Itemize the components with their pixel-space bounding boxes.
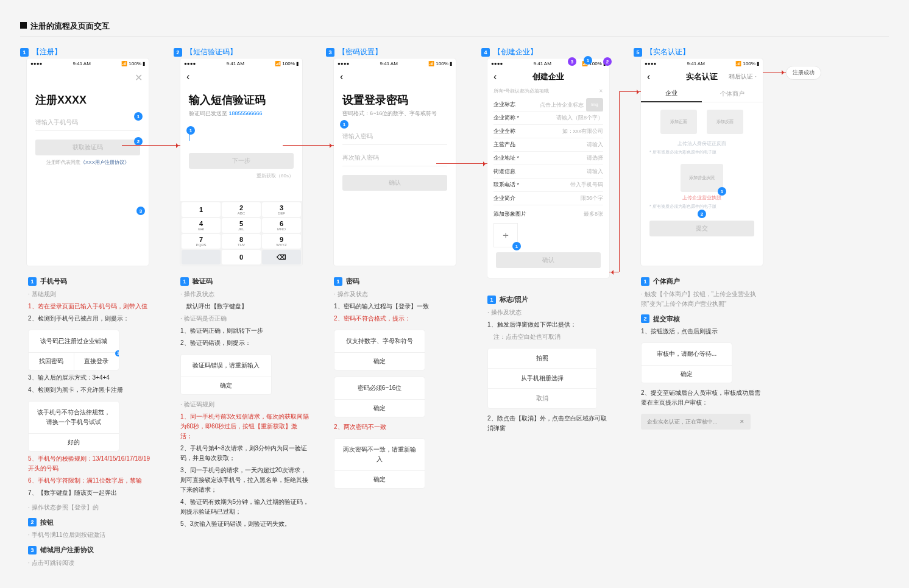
row-intro[interactable]: 企业简介限36个字 xyxy=(493,192,603,205)
annot-dot-1b: 1 xyxy=(512,242,521,250)
annot-dot-1: 1 xyxy=(718,187,726,196)
dialog-illegal: 该手机号不符合法律规范，请换一个手机号试试 好的 xyxy=(28,401,119,452)
tab-company[interactable]: 企业 xyxy=(641,85,702,102)
row-street[interactable]: 街道信息请输入 xyxy=(493,165,603,179)
annot-dot-2: 2 xyxy=(134,137,143,146)
dialog-reviewing: 审核中，请耐心等待...确定 xyxy=(641,342,732,383)
row-shortname[interactable]: 企业简称 *请输入（限8个字） xyxy=(493,112,603,125)
back-icon[interactable]: ‹ xyxy=(340,72,343,82)
page-title: 注册的流程及页面交互 xyxy=(30,21,110,32)
submit-button[interactable]: 提交 2 xyxy=(649,221,754,236)
row-phone[interactable]: 联系电话 *带入手机号码3 xyxy=(493,179,603,192)
numeric-keypad[interactable]: 12ABC3DEF 4GHI5JKL6MNO 7PQRS8TUV9WXYZ 0⌫ xyxy=(180,201,302,266)
close-icon[interactable]: ✕ xyxy=(740,417,745,426)
dialog-occupied: 该号码已注册过企业铺城 找回密码直接登录1 xyxy=(28,330,119,370)
notes-col-1: 1手机号码 · 基础规则 1、若在登录页面已输入手机号码，则带入值 2、检测到手… xyxy=(28,271,157,568)
status-bar: ●●●●9:41 AM📶 100% ▮ xyxy=(27,58,149,68)
must-note-1: * 所有资质必须为彩色原件的电子版 xyxy=(641,147,763,158)
tab-individual[interactable]: 个体商户 xyxy=(702,85,763,102)
flow-arrow-1 xyxy=(122,145,180,146)
annot-dot-3: 3 xyxy=(136,207,145,215)
idcard-front-upload[interactable]: 添加正面 xyxy=(660,110,697,134)
annot-dot-2p: 2 xyxy=(603,57,612,66)
dlg-ok[interactable]: 确定 xyxy=(181,377,271,394)
close-icon[interactable]: ✕ xyxy=(599,88,603,94)
dlg-ok[interactable]: 好的 xyxy=(29,434,119,451)
step-3-head: 3【密码设置】 xyxy=(326,47,382,57)
sheet-album[interactable]: 从手机相册选择 xyxy=(488,369,596,389)
annot-dot-1: 1 xyxy=(340,120,348,129)
add-image-button[interactable]: ＋1 xyxy=(493,223,518,247)
step-1-head: 1【注册】 xyxy=(20,47,62,57)
row-images-head: 添加形象图片最多8张 xyxy=(487,205,609,221)
divider xyxy=(20,37,889,37)
annot-dot-1: 1 xyxy=(186,126,195,135)
title-marker xyxy=(20,22,27,29)
idcard-back-upload[interactable]: 添加反面 xyxy=(707,110,743,134)
review-toast: 企业实名认证，正在审核中...✕ xyxy=(641,414,751,430)
dlg-find-pw[interactable]: 找回密码 xyxy=(29,353,74,370)
notes-col-2: 1验证码 · 操作及状态 默认呼出【数字键盘】 · 验证码是否正确 1、验证码正… xyxy=(180,271,309,529)
annot-dot-2: 2 xyxy=(698,210,706,218)
confirm-button[interactable]: 确认 xyxy=(496,252,601,268)
action-sheet: 拍照 从手机相册选择 取消 xyxy=(487,348,597,409)
license-caption: 上传企业营业执照 xyxy=(641,192,763,201)
phone-sms-code: ●●●●9:41 AM📶 100% ▮ ‹ 输入短信验证码 验证码已发送至 18… xyxy=(180,58,302,266)
flow-arrow-2 xyxy=(283,145,334,146)
next-button[interactable]: 下一步 xyxy=(189,153,294,169)
flow-arrow-5 xyxy=(763,72,786,73)
flow-arrow-3 xyxy=(436,163,487,164)
idcard-caption: 上传法人身份证正反面 xyxy=(641,138,763,147)
get-code-button[interactable]: 获取验证码 2 xyxy=(35,140,140,155)
dialog-pw-length: 密码必须6~16位确定 xyxy=(334,377,425,417)
confirm-button[interactable]: 确认 xyxy=(342,175,447,191)
dialog-pw-mismatch: 两次密码不一致，请重新输入确定 xyxy=(334,438,425,489)
row-logo[interactable]: 企业标志点击上传企业标志img1 xyxy=(493,98,603,112)
notes-col-4: 1标志/照片 · 操作及状态 1、触发后弹窗做如下弹出提供： 注：点击空白处也可… xyxy=(487,289,609,433)
phone-real-name: ●●●●9:41 AM📶 100% ▮ ‹实名认证稍后认证 · 企业 个体商户 … xyxy=(641,58,763,266)
logo-thumb: img xyxy=(586,98,603,112)
screen-title: 注册XXXX xyxy=(27,85,149,110)
dialog-code-wrong: 验证码错误，请重新输入 确定 xyxy=(180,354,272,395)
sheet-cancel[interactable]: 取消 xyxy=(488,389,596,408)
row-address[interactable]: 企业地址 *请选择2 xyxy=(493,152,603,165)
phone-register: ●●●●9:41 AM📶 100% ▮ ✕ 注册XXXX 请输入手机号码 1 获… xyxy=(27,58,149,266)
step-2-head: 2【短信验证码】 xyxy=(174,47,237,57)
pw-subtitle: 密码格式：6~16位的数字、字母或符号 xyxy=(334,110,456,124)
row-product[interactable]: 主营产品请输入 xyxy=(493,138,603,152)
dlg-direct-login[interactable]: 直接登录1 xyxy=(74,353,119,370)
backspace-icon[interactable]: ⌫ xyxy=(262,250,301,264)
agreement-link[interactable]: 《XXX用户注册协议》 xyxy=(80,160,129,165)
agreement-text: 注册即代表同意《XXX用户注册协议》 xyxy=(27,159,149,166)
required-note: 所有*号标认都为必填项哦✕ xyxy=(487,85,609,98)
pw-confirm-input[interactable]: 再次输入密码 xyxy=(342,150,447,166)
close-icon[interactable]: ✕ xyxy=(135,72,143,83)
auth-tabs[interactable]: 企业 个体商户 xyxy=(641,85,763,102)
row-fullname[interactable]: 企业全称如：xxx有限公司 xyxy=(493,125,603,138)
sms-subtitle: 验证码已发送至 18855566666 xyxy=(180,110,302,124)
code-input[interactable]: 1 xyxy=(189,129,294,144)
back-icon[interactable]: ‹ xyxy=(186,72,189,82)
sheet-camera[interactable]: 拍照 xyxy=(488,349,596,369)
phone-input[interactable]: 请输入手机号码 1 xyxy=(35,115,140,131)
step-5-head: 5【实名认证】 xyxy=(634,47,690,57)
screen-title: 输入短信验证码 xyxy=(180,85,302,110)
later-button[interactable]: 稍后认证 · xyxy=(729,73,757,81)
phone-set-password: ●●●●9:41 AM📶 100% ▮ ‹ 设置登录密码 密码格式：6~16位的… xyxy=(334,58,456,266)
screen-title: 设置登录密码 xyxy=(334,85,456,110)
annot-dot-1: 1 xyxy=(134,112,143,121)
dialog-pw-format: 仅支持数字、字母和符号确定 xyxy=(334,330,425,370)
phone-create-company: ●●●●9:41 AM📶 100% ▮ ‹创建企业 所有*号标认都为必填项哦✕ … xyxy=(487,58,609,278)
flow-arrow-4 xyxy=(619,91,641,92)
pw-input[interactable]: 请输入密码 1 xyxy=(342,129,447,145)
flow-vline-4 xyxy=(619,91,620,272)
license-upload[interactable]: 添加营业执照 xyxy=(681,164,723,192)
notes-col-5: 1个体商户 · 触发【个体商户】按钮，"上传企业营业执照"变为"上传个体商户营业… xyxy=(641,271,763,430)
annot-dot-3p: 3 xyxy=(568,57,576,66)
annot-dot-1: 1 xyxy=(584,56,592,65)
nav-title: 创建企业 xyxy=(487,71,609,82)
success-pill: 注册成功 xyxy=(786,66,821,80)
notes-col-3: 1密码 · 操作及状态 1、密码的输入过程与【登录】一致 2、密码不符合格式，提… xyxy=(334,271,456,489)
step-4-head: 4【创建企业】 xyxy=(481,47,537,57)
flow-arrow-4b xyxy=(609,272,619,272)
